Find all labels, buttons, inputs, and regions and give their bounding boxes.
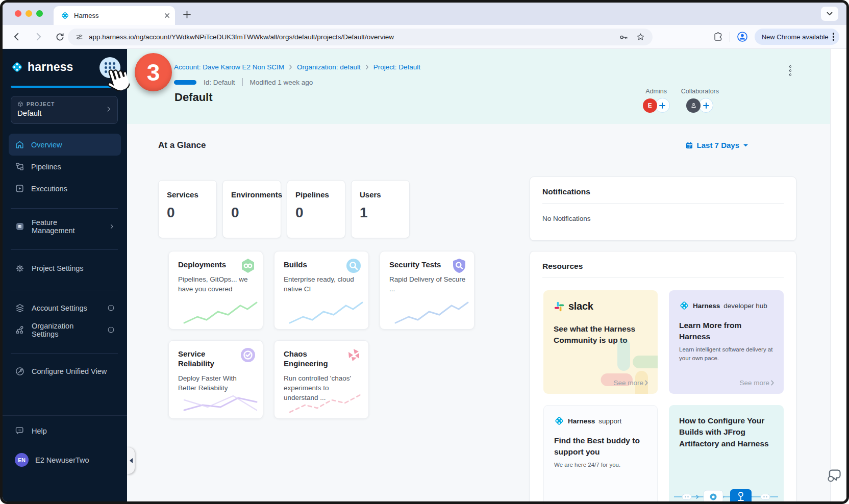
collaborators-label: Collaborators	[681, 88, 719, 95]
resource-card-support[interactable]: Harness support Find the Best buddy to s…	[543, 405, 658, 504]
module-description: Pipelines, GitOps... we have you covered	[178, 274, 255, 294]
support-chat-launcher-icon[interactable]	[827, 468, 842, 483]
stat-value: 0	[231, 205, 272, 221]
extensions-icon[interactable]	[713, 32, 723, 42]
sidebar-user-menu[interactable]: EN E2 NewuserTwo	[9, 449, 121, 471]
stat-card-users[interactable]: Users 1	[351, 180, 410, 238]
collaborator-avatar[interactable]	[686, 98, 701, 113]
sidebar-item-pipelines[interactable]: Pipelines	[9, 156, 121, 178]
brand-name: harness	[28, 60, 73, 74]
sidebar-divider	[11, 290, 118, 290]
harness-logo-icon	[11, 61, 23, 73]
breadcrumb-project-link[interactable]: Project: Default	[373, 63, 420, 71]
stat-card-pipelines[interactable]: Pipelines 0	[287, 180, 345, 238]
forward-button[interactable]	[31, 30, 45, 44]
password-key-icon[interactable]	[618, 32, 629, 42]
date-range-value: Last 7 Days	[697, 141, 739, 149]
resource-card-developer-hub[interactable]: Harness developer hub Learn More from Ha…	[669, 290, 784, 394]
gear-icon	[15, 263, 25, 273]
sidebar-item-label: Configure Unified View	[32, 367, 107, 375]
plus-icon	[659, 103, 665, 109]
back-button[interactable]	[10, 30, 24, 44]
sidebar-item-overview[interactable]: Overview	[9, 134, 121, 156]
sidebar-divider	[11, 249, 118, 250]
add-collaborator-button[interactable]	[698, 98, 713, 113]
sidebar-item-label: Pipelines	[31, 163, 61, 171]
service-reliability-icon	[240, 347, 256, 363]
bookmark-star-icon[interactable]	[636, 32, 645, 42]
chrome-update-button[interactable]: New Chrome available	[755, 29, 839, 45]
stat-card-environments[interactable]: Environments 0	[222, 180, 281, 238]
project-id: Id: Default	[204, 79, 235, 86]
sidebar-item-help[interactable]: Help	[9, 420, 121, 442]
sidebar-collapse-handle[interactable]	[127, 447, 135, 474]
module-card-builds[interactable]: Builds Enterprise ready, cloud native CI	[274, 251, 369, 330]
module-card-chaos-engineering[interactable]: Chaos Engineering Run controlled 'chaos'…	[274, 340, 369, 419]
builds-ci-icon	[345, 258, 362, 274]
site-settings-icon[interactable]	[75, 33, 84, 41]
resource-card-jfrog[interactable]: How to Configure Your Builds with JFrog …	[669, 405, 784, 504]
module-card-security-tests[interactable]: Security Tests Rapid Delivery of Secure …	[380, 251, 475, 330]
sidebar-item-account-settings[interactable]: Account Settings	[9, 297, 121, 319]
calendar-icon	[685, 141, 693, 149]
info-icon[interactable]	[107, 326, 115, 334]
browser-tab[interactable]: Harness	[54, 6, 175, 25]
sidebar-item-label: Feature Management	[32, 218, 102, 235]
stat-label: Services	[167, 190, 208, 199]
stat-value: 1	[360, 205, 401, 221]
cube-icon	[17, 101, 23, 107]
close-window-button[interactable]	[15, 10, 21, 17]
url-text[interactable]: app.harness.io/ng/account/YWdkwNPiTceDUK…	[89, 33, 613, 41]
info-icon[interactable]	[107, 304, 115, 312]
chevron-right-icon	[770, 380, 775, 386]
chrome-menu-icon[interactable]	[833, 33, 835, 41]
address-bar[interactable]: app.harness.io/ng/account/YWdkwNPiTceDUK…	[68, 29, 653, 45]
see-more-link[interactable]: See more	[613, 379, 648, 387]
see-more-link[interactable]: See more	[739, 379, 775, 387]
deployments-cd-icon	[240, 258, 256, 274]
project-header: Account: Dave Karow E2 Non SCIM Organiza…	[127, 49, 830, 124]
new-tab-button[interactable]	[181, 9, 192, 20]
profile-avatar-icon[interactable]	[736, 31, 748, 43]
sidebar-item-configure-unified-view[interactable]: Configure Unified View	[9, 360, 121, 382]
page-right-margin	[830, 49, 846, 501]
collaborators-group: Collaborators	[681, 88, 719, 113]
breadcrumb-account-link[interactable]: Account: Dave Karow E2 Non SCIM	[174, 63, 284, 71]
resource-heading: How to Configure Your Builds with JFrog …	[679, 415, 773, 449]
chevron-right-icon	[109, 223, 115, 230]
sidebar-footer-divider	[3, 415, 127, 416]
sidebar-item-executions[interactable]: Executions	[9, 178, 121, 199]
module-description: Rapid Delivery of Secure ...	[389, 274, 466, 294]
browser-window: Harness	[0, 0, 849, 504]
tab-title: Harness	[74, 12, 160, 19]
resource-card-slack[interactable]: slack See what the Harness Community is …	[543, 290, 658, 394]
add-admin-button[interactable]	[655, 98, 670, 113]
breadcrumb-organization-link[interactable]: Organization: default	[297, 63, 361, 71]
brand-rest: support	[598, 417, 621, 425]
stat-card-services[interactable]: Services 0	[158, 180, 217, 238]
sidebar-item-project-settings[interactable]: Project Settings	[9, 257, 121, 279]
tab-search-chevron-button[interactable]	[821, 7, 838, 21]
feature-management-icon	[15, 221, 25, 232]
project-selector[interactable]: PROJECT Default	[11, 96, 118, 124]
module-title: Security Tests	[389, 260, 450, 270]
help-chat-icon	[15, 426, 25, 436]
sidebar-item-label: Organization Settings	[32, 322, 101, 338]
stat-label: Users	[360, 190, 401, 199]
minimize-window-button[interactable]	[26, 10, 32, 17]
project-options-menu[interactable]	[787, 63, 794, 78]
chrome-update-label: New Chrome available	[762, 33, 829, 41]
sidebar-item-feature-management[interactable]: Feature Management	[9, 215, 121, 237]
admin-avatar[interactable]: E	[643, 98, 657, 113]
module-card-service-reliability[interactable]: Service Reliability Deploy Faster With B…	[168, 340, 263, 419]
tab-close-icon[interactable]	[164, 13, 170, 18]
maximize-window-button[interactable]	[36, 10, 43, 17]
reload-button[interactable]	[53, 30, 67, 44]
date-range-picker[interactable]: Last 7 Days	[685, 141, 748, 149]
chaos-engineering-icon	[345, 347, 362, 363]
module-card-deployments[interactable]: Deployments Pipelines, GitOps... we have…	[168, 251, 263, 330]
modified-timestamp: Modified 1 week ago	[250, 79, 313, 86]
harness-logo[interactable]: harness	[11, 60, 73, 74]
sidebar-item-organization-settings[interactable]: Organization Settings	[9, 319, 121, 341]
sparkline	[288, 390, 364, 414]
